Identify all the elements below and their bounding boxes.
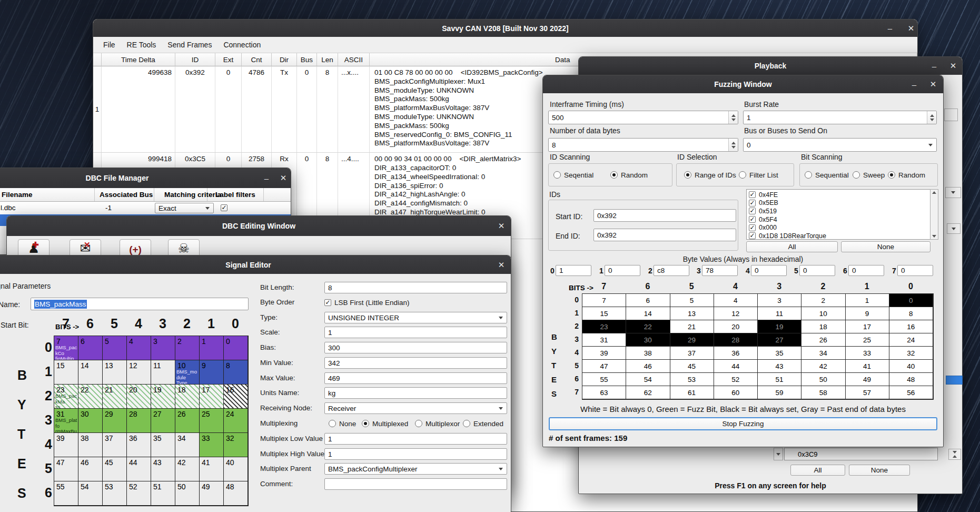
id-list-item[interactable]: ✓0x5F4 bbox=[747, 215, 930, 224]
signal-name-input[interactable]: BMS_packMass bbox=[31, 298, 249, 310]
close-button[interactable]: ✕ bbox=[904, 19, 918, 37]
byte-value-input[interactable]: 78 bbox=[702, 265, 738, 276]
signal-bit-cell[interactable]: 35 bbox=[151, 433, 175, 457]
bit-cell[interactable]: 15 bbox=[582, 307, 626, 320]
radio-random[interactable]: Random bbox=[610, 171, 648, 179]
signal-bit-cell[interactable]: 13 bbox=[103, 360, 127, 385]
playback-all-button[interactable]: All bbox=[790, 465, 845, 476]
id-list-item[interactable]: ✓0x5EB bbox=[747, 199, 930, 208]
signal-editor-titlebar[interactable]: Signal Editor ✕ bbox=[0, 255, 511, 274]
signal-bit-cell[interactable]: 11 bbox=[151, 360, 175, 385]
spinner[interactable] bbox=[927, 111, 936, 124]
bit-cell[interactable]: 43 bbox=[758, 360, 801, 373]
column-header-len[interactable]: Len bbox=[317, 53, 338, 66]
signal-bit-cell[interactable]: 28 bbox=[127, 409, 151, 433]
signal-bit-cell[interactable]: 0 bbox=[224, 336, 248, 360]
dropdown-fragment[interactable] bbox=[945, 187, 961, 198]
byte-value-input[interactable]: 1 bbox=[556, 265, 591, 276]
signal-bit-cell[interactable]: 55 bbox=[54, 481, 78, 506]
signal-bit-cell[interactable]: 24 bbox=[224, 409, 248, 433]
signal-bit-cell[interactable]: 52 bbox=[127, 481, 151, 506]
radio-sweep[interactable]: Sweep bbox=[853, 171, 885, 179]
burst-rate-input[interactable]: 1 bbox=[743, 111, 937, 124]
bus-select[interactable]: 0 bbox=[743, 138, 937, 152]
field-select-receiving-node[interactable]: Receiver bbox=[324, 402, 507, 414]
signal-bit-cell[interactable]: 31BMS_platfo rmMaxBusVo bbox=[54, 409, 78, 433]
bit-cell[interactable]: 16 bbox=[889, 320, 933, 333]
bit-cell[interactable]: 1 bbox=[846, 294, 889, 307]
signal-bit-cell[interactable]: 2 bbox=[175, 336, 200, 360]
label-filter-checkbox[interactable]: ✓ bbox=[221, 204, 227, 211]
bit-cell[interactable]: 57 bbox=[846, 386, 889, 399]
signal-bit-cell[interactable]: 36 bbox=[127, 433, 151, 457]
signal-bit-cell[interactable]: 6 bbox=[78, 336, 103, 360]
bit-cell[interactable]: 63 bbox=[582, 386, 626, 399]
bit-cell[interactable]: 6 bbox=[626, 294, 670, 307]
bit-cell[interactable]: 45 bbox=[670, 360, 714, 373]
field-input-min-value[interactable]: 342 bbox=[324, 357, 507, 369]
list-scrollbar[interactable] bbox=[948, 449, 961, 460]
bit-cell[interactable]: 47 bbox=[582, 360, 626, 373]
signal-bit-cell[interactable]: 27 bbox=[151, 409, 175, 433]
signal-bit-cell[interactable]: 47 bbox=[54, 457, 78, 481]
id-list-scrollbar[interactable] bbox=[930, 189, 938, 240]
field-input-multiplex-high-value[interactable]: 1 bbox=[324, 448, 507, 460]
bit-cell[interactable]: 17 bbox=[846, 320, 889, 333]
data-bytes-input[interactable]: 8 bbox=[548, 138, 738, 152]
main-titlebar[interactable]: Savvy CAN V208 [Built Nov 30 2022] – ✕ bbox=[93, 19, 917, 37]
signal-bit-cell[interactable]: 39 bbox=[54, 433, 78, 457]
signal-bit-cell[interactable]: 50 bbox=[175, 481, 200, 506]
signal-bit-cell[interactable]: 17 bbox=[200, 385, 224, 409]
dbc-manager-minimize-button[interactable]: – bbox=[260, 168, 273, 188]
bit-cell[interactable]: 37 bbox=[670, 347, 714, 360]
playback-id-item[interactable]: 0x3C9 bbox=[798, 450, 818, 458]
bit-cell[interactable]: 51 bbox=[758, 373, 801, 386]
signal-bit-cell[interactable]: 12 bbox=[127, 360, 151, 385]
signal-bit-cell[interactable]: 32 bbox=[224, 433, 248, 457]
id-list-item[interactable]: ✓0x4FE bbox=[747, 191, 930, 199]
signal-bit-cell[interactable]: 30 bbox=[78, 409, 103, 433]
radio-none[interactable]: None bbox=[329, 419, 356, 428]
field-input-scale[interactable]: 1 bbox=[324, 327, 507, 338]
signal-bit-cell[interactable]: 16 bbox=[224, 385, 248, 409]
byte-value-input[interactable]: 0 bbox=[799, 265, 835, 276]
bit-cell[interactable]: 14 bbox=[626, 307, 670, 320]
signal-bit-cell[interactable]: 42 bbox=[175, 457, 200, 481]
signal-bit-cell[interactable]: 21 bbox=[103, 385, 127, 409]
bit-cell[interactable]: 49 bbox=[846, 373, 889, 386]
signal-bit-cell[interactable]: 3 bbox=[151, 336, 175, 360]
radio-sequential[interactable]: Sequential bbox=[805, 171, 849, 179]
playback-none-button[interactable]: None bbox=[849, 465, 910, 476]
signal-bit-cell[interactable]: 19 bbox=[151, 385, 175, 409]
signal-bit-cell[interactable]: 22 bbox=[78, 385, 103, 409]
bit-cell[interactable]: 62 bbox=[626, 386, 670, 399]
bit-cell[interactable]: 54 bbox=[626, 373, 670, 386]
column-header-dir[interactable]: Dir bbox=[272, 53, 297, 66]
dbc-filename-cell[interactable]: l.dbc bbox=[1, 204, 16, 212]
field-input-bit-length[interactable]: 8 bbox=[324, 282, 507, 293]
signal-bit-cell[interactable]: 18 bbox=[175, 385, 200, 409]
stop-fuzzing-button[interactable]: Stop Fuzzing bbox=[549, 417, 937, 430]
bit-cell[interactable]: 30 bbox=[626, 333, 670, 347]
signal-bit-cell[interactable]: 49 bbox=[200, 481, 224, 506]
fuzz-bit-grid[interactable]: 7654321015141312111098232221201918171631… bbox=[582, 293, 934, 400]
signal-bit-cell[interactable]: 48 bbox=[224, 481, 248, 506]
bit-cell[interactable]: 50 bbox=[801, 373, 845, 386]
dbc-editor-titlebar[interactable]: DBC Editing Window ✕ bbox=[7, 216, 511, 236]
column-header-time-delta[interactable]: Time Delta bbox=[102, 53, 175, 66]
bit-cell[interactable]: 31 bbox=[582, 333, 626, 347]
radio-filter-list[interactable]: Filter List bbox=[739, 171, 778, 179]
dbc-bus-cell[interactable]: -1 bbox=[105, 204, 112, 212]
bit-cell[interactable]: 13 bbox=[670, 307, 714, 320]
checkbox-icon[interactable]: ✓ bbox=[749, 200, 756, 206]
bit-cell[interactable]: 7 bbox=[582, 294, 626, 307]
fuzzing-close-button[interactable]: ✕ bbox=[926, 75, 940, 93]
dropdown-fragment[interactable] bbox=[947, 223, 961, 234]
playback-minimize-button[interactable]: – bbox=[927, 57, 941, 75]
bit-cell[interactable]: 32 bbox=[889, 347, 933, 360]
bit-cell[interactable]: 2 bbox=[801, 294, 845, 307]
bit-cell[interactable]: 35 bbox=[758, 347, 801, 360]
bit-cell[interactable]: 44 bbox=[714, 360, 758, 373]
bit-cell[interactable]: 9 bbox=[846, 307, 889, 320]
spinner[interactable] bbox=[728, 139, 738, 151]
